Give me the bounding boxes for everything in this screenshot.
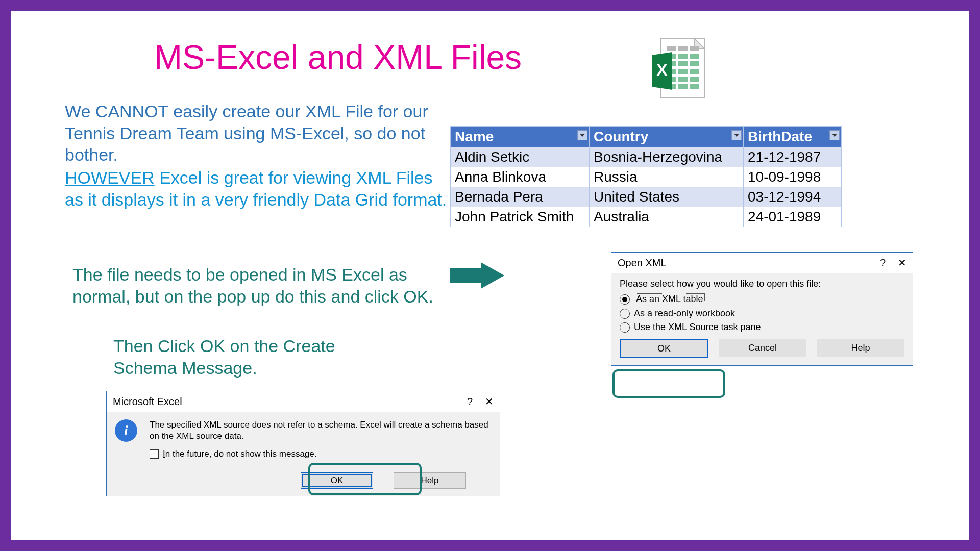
however-paragraph: HOWEVER Excel is great for viewing XML F… — [65, 167, 453, 210]
dialog-prompt: Please select how you would like to open… — [620, 279, 904, 289]
help-icon[interactable]: ? — [467, 396, 473, 408]
info-icon: i — [115, 419, 137, 442]
table-row: Aldin SetkicBosnia-Herzegovina21-12-1987 — [451, 147, 842, 167]
svg-rect-18 — [678, 84, 688, 89]
radio-readonly-workbook[interactable]: As a read-only workbook — [620, 308, 904, 319]
svg-rect-15 — [678, 77, 688, 82]
close-icon[interactable]: ✕ — [898, 257, 906, 269]
col-birthdate[interactable]: BirthDate — [744, 127, 842, 147]
svg-text:X: X — [656, 61, 668, 79]
radio-icon — [620, 294, 630, 305]
radio-icon — [620, 322, 630, 333]
dropdown-icon[interactable] — [577, 130, 587, 140]
radio-icon — [620, 309, 630, 319]
svg-rect-7 — [690, 54, 699, 59]
svg-rect-9 — [678, 61, 688, 66]
radio-as-xml-table[interactable]: As an XML table — [620, 293, 904, 305]
dialog-message: The specified XML source does not refer … — [150, 419, 492, 442]
help-button[interactable]: Help — [817, 339, 904, 357]
dropdown-icon[interactable] — [829, 130, 840, 140]
table-row: John Patrick SmithAustralia24-01-1989 — [451, 207, 842, 227]
table-header-row: Name Country BirthDate — [451, 127, 842, 147]
svg-marker-26 — [450, 262, 504, 289]
svg-rect-22 — [690, 46, 699, 51]
svg-rect-21 — [678, 46, 688, 51]
svg-rect-19 — [690, 84, 699, 89]
table-row: Anna BlinkovaRussia10-09-1998 — [451, 167, 842, 187]
page-title: MS-Excel and XML Files — [154, 38, 522, 77]
schema-instructions-paragraph: Then Click OK on the Create Schema Messa… — [113, 335, 369, 379]
excel-file-icon: X — [642, 36, 713, 103]
help-icon[interactable]: ? — [880, 257, 886, 269]
svg-rect-16 — [690, 77, 699, 82]
svg-rect-20 — [667, 46, 676, 51]
radio-xml-source-pane[interactable]: Use the XML Source task pane — [620, 322, 904, 333]
highlight-annotation — [612, 369, 725, 398]
open-xml-dialog: Open XML ? ✕ Please select how you would… — [611, 252, 913, 366]
svg-rect-12 — [678, 69, 688, 74]
ok-button[interactable]: OK — [620, 339, 708, 358]
ok-button[interactable]: OK — [301, 472, 373, 489]
cancel-button[interactable]: Cancel — [719, 339, 806, 357]
close-icon[interactable]: ✕ — [485, 395, 494, 408]
checkbox-icon — [150, 449, 159, 459]
arrow-right-teal-icon — [450, 261, 506, 292]
svg-rect-6 — [678, 54, 688, 59]
intro-paragraph: We CANNOT easily create our XML File for… — [65, 101, 458, 166]
dialog-title: Microsoft Excel — [113, 396, 182, 408]
help-button[interactable]: Help — [394, 472, 466, 489]
col-country[interactable]: Country — [590, 127, 744, 147]
dialog-title: Open XML — [618, 257, 667, 269]
open-instructions-paragraph: The file needs to be opened in MS Excel … — [72, 264, 465, 307]
svg-rect-13 — [690, 69, 699, 74]
dont-show-checkbox[interactable]: In the future, do not show this message. — [150, 449, 492, 459]
however-word: HOWEVER — [65, 168, 155, 187]
table-row: Bernada PeraUnited States03-12-1994 — [451, 187, 842, 207]
dropdown-icon[interactable] — [731, 130, 742, 140]
xml-data-grid: Name Country BirthDate Aldin SetkicBosni… — [450, 126, 842, 227]
excel-schema-dialog: Microsoft Excel ? ✕ i The specified XML … — [106, 391, 500, 496]
col-name[interactable]: Name — [451, 127, 590, 147]
svg-rect-10 — [690, 61, 699, 66]
